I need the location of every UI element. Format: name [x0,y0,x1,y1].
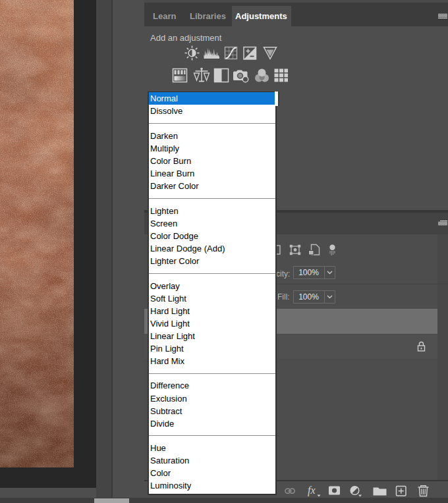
svg-text:fx: fx [308,485,316,496]
